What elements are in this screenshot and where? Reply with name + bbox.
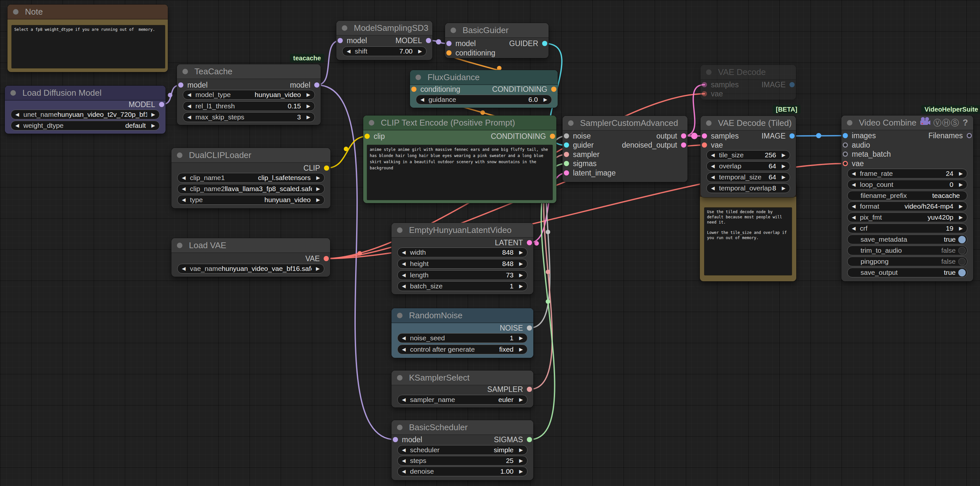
output-slot-denoised-output[interactable] xyxy=(681,143,686,148)
link-midpoint-dot[interactable] xyxy=(436,39,441,44)
node-collapse-dot-icon[interactable] xyxy=(706,121,711,126)
increment-arrow-icon[interactable]: ▶ xyxy=(147,121,159,130)
widget-noise-seed[interactable]: ◀noise_seed1▶ xyxy=(397,333,528,343)
decrement-arrow-icon[interactable]: ◀ xyxy=(707,151,719,160)
increment-arrow-icon[interactable]: ▶ xyxy=(312,184,324,193)
node-collapse-dot-icon[interactable] xyxy=(10,90,16,96)
widget-trim-to-audio[interactable]: trim_to_audiofalse xyxy=(847,246,967,255)
increment-arrow-icon[interactable]: ▶ xyxy=(515,334,527,343)
link-midpoint-dot[interactable] xyxy=(168,93,172,97)
decrement-arrow-icon[interactable]: ◀ xyxy=(178,173,190,182)
help-icon[interactable]: ? xyxy=(963,116,968,130)
output-slot-sampler[interactable] xyxy=(527,387,532,392)
decrement-arrow-icon[interactable]: ◀ xyxy=(707,184,719,193)
node-collapse-dot-icon[interactable] xyxy=(397,425,402,430)
node-collapse-dot-icon[interactable] xyxy=(847,120,853,125)
decrement-arrow-icon[interactable]: ◀ xyxy=(183,102,196,111)
input-slot-noise[interactable] xyxy=(564,133,569,138)
node-collapse-dot-icon[interactable] xyxy=(342,25,347,31)
text-widget[interactable]: Select a fp8 weight_dtype if you are run… xyxy=(12,25,165,68)
link-midpoint-dot[interactable] xyxy=(480,110,485,115)
input-slot-images[interactable] xyxy=(843,133,848,138)
decrement-arrow-icon[interactable]: ◀ xyxy=(398,467,410,476)
increment-arrow-icon[interactable]: ▶ xyxy=(515,248,527,257)
increment-arrow-icon[interactable]: ▶ xyxy=(515,271,527,280)
increment-arrow-icon[interactable]: ▶ xyxy=(312,195,324,204)
widget-model-type[interactable]: ◀model_typehunyuan_video▶ xyxy=(183,90,315,100)
node-collapse-dot-icon[interactable] xyxy=(706,70,711,75)
output-slot-noise[interactable] xyxy=(527,326,532,330)
toggle-knob[interactable] xyxy=(958,269,966,276)
node-header[interactable]: BasicGuider xyxy=(445,23,549,38)
decrement-arrow-icon[interactable]: ◀ xyxy=(398,395,410,404)
decrement-arrow-icon[interactable]: ◀ xyxy=(848,224,860,233)
decrement-arrow-icon[interactable]: ◀ xyxy=(11,110,23,119)
input-slot-samples[interactable] xyxy=(702,82,707,87)
increment-arrow-icon[interactable]: ▶ xyxy=(955,202,967,211)
output-slot-vae[interactable] xyxy=(324,256,329,261)
output-slot-output[interactable] xyxy=(681,133,686,138)
widget-max-skip-steps[interactable]: ◀max_skip_steps3▶ xyxy=(183,112,315,122)
widget-tile-size[interactable]: ◀tile_size256▶ xyxy=(706,150,790,160)
input-slot-meta-batch[interactable] xyxy=(843,151,848,157)
output-slot-image[interactable] xyxy=(789,82,795,87)
increment-arrow-icon[interactable]: ▶ xyxy=(955,213,967,222)
increment-arrow-icon[interactable]: ▶ xyxy=(515,259,527,268)
output-slot-clip[interactable] xyxy=(324,165,329,171)
output-slot-filenames[interactable] xyxy=(967,133,972,138)
link-midpoint-dot[interactable] xyxy=(546,230,550,234)
output-slot-image[interactable] xyxy=(789,133,795,138)
node-header[interactable]: TeaCache xyxy=(177,64,321,79)
widget-temporal-overlap[interactable]: ◀temporal_overlap8▶ xyxy=(706,183,790,193)
link-midpoint-dot[interactable] xyxy=(357,251,362,256)
increment-arrow-icon[interactable]: ▶ xyxy=(778,184,790,193)
node-header[interactable]: VAE Decode (Tiled) xyxy=(700,116,796,131)
input-slot-vae[interactable] xyxy=(702,91,707,96)
output-slot-conditioning[interactable] xyxy=(550,133,555,139)
decrement-arrow-icon[interactable]: ◀ xyxy=(398,345,410,354)
output-slot-model[interactable] xyxy=(426,38,431,43)
input-slot-sampler[interactable] xyxy=(564,152,569,157)
input-slot-model[interactable] xyxy=(178,83,183,87)
widget-temporal-size[interactable]: ◀temporal_size64▶ xyxy=(706,172,790,182)
widget-unet-name[interactable]: ◀unet_namehunyuan_video_t2v_720p_bf16.sa… xyxy=(11,110,160,119)
input-slot-model[interactable] xyxy=(337,38,343,43)
text-widget[interactable]: Use the tiled decode node by default bec… xyxy=(705,208,792,275)
decrement-arrow-icon[interactable]: ◀ xyxy=(342,47,355,56)
decrement-arrow-icon[interactable]: ◀ xyxy=(183,113,196,122)
increment-arrow-icon[interactable]: ▶ xyxy=(302,102,315,111)
node-header[interactable]: SamplerCustomAdvanced xyxy=(563,116,687,131)
decrement-arrow-icon[interactable]: ◀ xyxy=(707,162,719,171)
node-header[interactable]: KSamplerSelect xyxy=(391,370,533,386)
increment-arrow-icon[interactable]: ▶ xyxy=(515,395,527,404)
node-header[interactable]: Load Diffusion Model xyxy=(5,86,165,100)
widget-denoise[interactable]: ◀denoise1.00▶ xyxy=(397,467,528,476)
node-header[interactable]: FluxGuidance xyxy=(410,70,558,85)
decrement-arrow-icon[interactable]: ◀ xyxy=(398,334,410,343)
input-slot-model[interactable] xyxy=(393,437,398,442)
decrement-arrow-icon[interactable]: ◀ xyxy=(848,169,860,178)
link-midpoint-dot[interactable] xyxy=(534,241,539,246)
widget-height[interactable]: ◀height848▶ xyxy=(397,259,528,268)
input-slot-guider[interactable] xyxy=(564,143,569,148)
increment-arrow-icon[interactable]: ▶ xyxy=(955,169,967,178)
widget-width[interactable]: ◀width848▶ xyxy=(397,248,528,257)
node-header[interactable]: EmptyHunyuanLatentVideo xyxy=(391,223,533,238)
widget-scheduler[interactable]: ◀schedulersimple▶ xyxy=(397,445,528,455)
decrement-arrow-icon[interactable]: ◀ xyxy=(178,195,190,204)
node-collapse-dot-icon[interactable] xyxy=(13,9,19,14)
decrement-arrow-icon[interactable]: ◀ xyxy=(11,121,23,130)
increment-arrow-icon[interactable]: ▶ xyxy=(302,90,315,99)
widget-overlap[interactable]: ◀overlap64▶ xyxy=(706,161,790,171)
widget-clip-name1[interactable]: ◀clip_name1clip_l.safetensors▶ xyxy=(177,173,325,183)
decrement-arrow-icon[interactable]: ◀ xyxy=(707,173,719,182)
widget-length[interactable]: ◀length73▶ xyxy=(397,270,528,280)
decrement-arrow-icon[interactable]: ◀ xyxy=(848,180,860,189)
widget-guidance[interactable]: ◀guidance6.0▶ xyxy=(416,95,552,105)
widget-steps[interactable]: ◀steps25▶ xyxy=(397,456,528,465)
toggle-knob[interactable] xyxy=(958,258,966,265)
widget-sampler-name[interactable]: ◀sampler_nameeuler▶ xyxy=(397,395,528,405)
node-collapse-dot-icon[interactable] xyxy=(397,313,402,318)
output-slot-sigmas[interactable] xyxy=(527,437,532,442)
widget-shift[interactable]: ◀shift7.00▶ xyxy=(342,46,426,56)
